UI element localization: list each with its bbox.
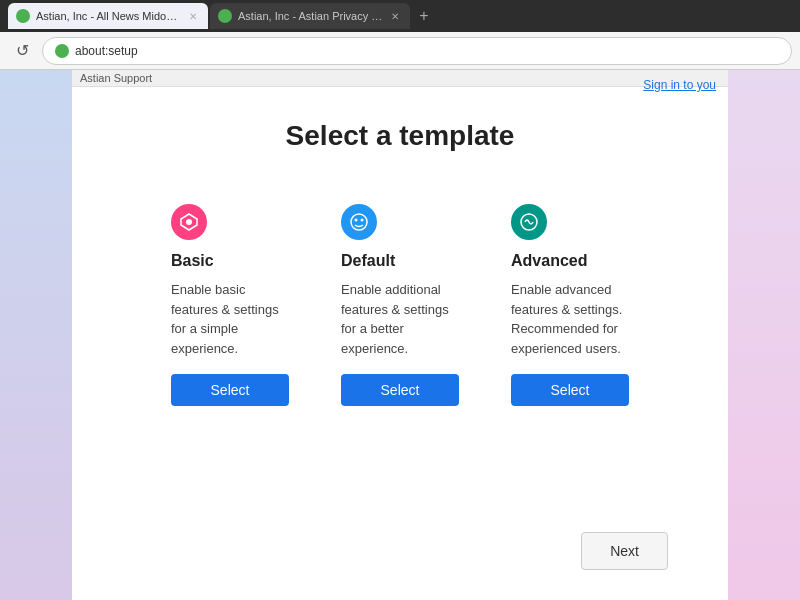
tab2-label: Astian, Inc - Astian Privacy P... <box>238 10 382 22</box>
support-label: Astian Support <box>80 72 152 84</box>
basic-desc: Enable basic features & settings for a s… <box>171 280 289 358</box>
default-svg-icon <box>349 212 369 232</box>
tab2-favicon <box>218 9 232 23</box>
basic-name: Basic <box>171 252 289 270</box>
new-tab-button[interactable]: + <box>412 4 436 28</box>
default-desc: Enable additional features & settings fo… <box>341 280 459 358</box>
url-text: about:setup <box>75 44 138 58</box>
templates-grid: Basic Enable basic features & settings f… <box>120 188 680 422</box>
tab1-close[interactable]: ✕ <box>186 9 200 23</box>
basic-svg-icon <box>179 212 199 232</box>
url-bar[interactable]: about:setup <box>42 37 792 65</box>
browser-toolbar: ↺ about:setup <box>0 32 800 70</box>
page-title: Select a template <box>120 120 680 152</box>
basic-icon <box>171 204 207 240</box>
tab-bar: Astian, Inc - All News Midori ... ✕ Asti… <box>0 0 800 32</box>
tab1-favicon <box>16 9 30 23</box>
default-select-button[interactable]: Select <box>341 374 459 406</box>
template-advanced: Advanced Enable advanced features & sett… <box>495 188 645 422</box>
browser-chrome: Astian, Inc - All News Midori ... ✕ Asti… <box>0 0 800 70</box>
tab-1[interactable]: Astian, Inc - All News Midori ... ✕ <box>8 3 208 29</box>
default-name: Default <box>341 252 459 270</box>
advanced-svg-icon <box>519 212 539 232</box>
advanced-desc: Enable advanced features & settings. Rec… <box>511 280 629 358</box>
svg-point-2 <box>351 214 367 230</box>
template-default: Default Enable additional features & set… <box>325 188 475 422</box>
svg-point-1 <box>186 219 192 225</box>
main-content: Astian Support Sign in to you Select a t… <box>72 70 728 600</box>
advanced-select-button[interactable]: Select <box>511 374 629 406</box>
template-basic: Basic Enable basic features & settings f… <box>155 188 305 422</box>
support-bar: Astian Support <box>72 70 728 87</box>
advanced-name: Advanced <box>511 252 629 270</box>
default-icon <box>341 204 377 240</box>
back-button[interactable]: ↺ <box>8 37 36 65</box>
tab2-close[interactable]: ✕ <box>388 9 402 23</box>
svg-point-3 <box>355 219 358 222</box>
right-sidebar <box>728 70 800 600</box>
tab1-label: Astian, Inc - All News Midori ... <box>36 10 180 22</box>
sign-in-link[interactable]: Sign in to you <box>643 78 716 92</box>
setup-container: Select a template Basic Enable basic fea… <box>100 90 700 472</box>
tab-2[interactable]: Astian, Inc - Astian Privacy P... ✕ <box>210 3 410 29</box>
next-button[interactable]: Next <box>581 532 668 570</box>
url-favicon <box>55 44 69 58</box>
svg-point-4 <box>361 219 364 222</box>
page-area: Astian Support Sign in to you Select a t… <box>0 70 800 600</box>
left-sidebar <box>0 70 72 600</box>
advanced-icon <box>511 204 547 240</box>
basic-select-button[interactable]: Select <box>171 374 289 406</box>
